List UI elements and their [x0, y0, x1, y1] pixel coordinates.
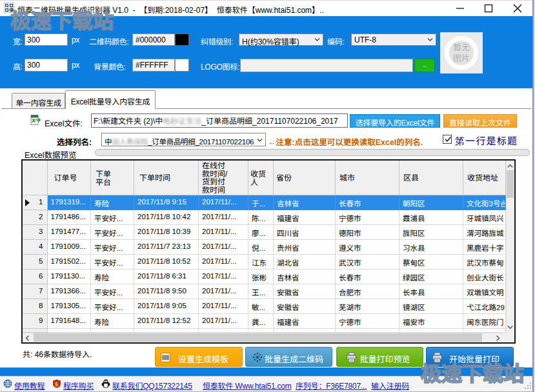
svg-text:X: X [32, 117, 35, 124]
svg-text:$: $ [55, 381, 58, 387]
